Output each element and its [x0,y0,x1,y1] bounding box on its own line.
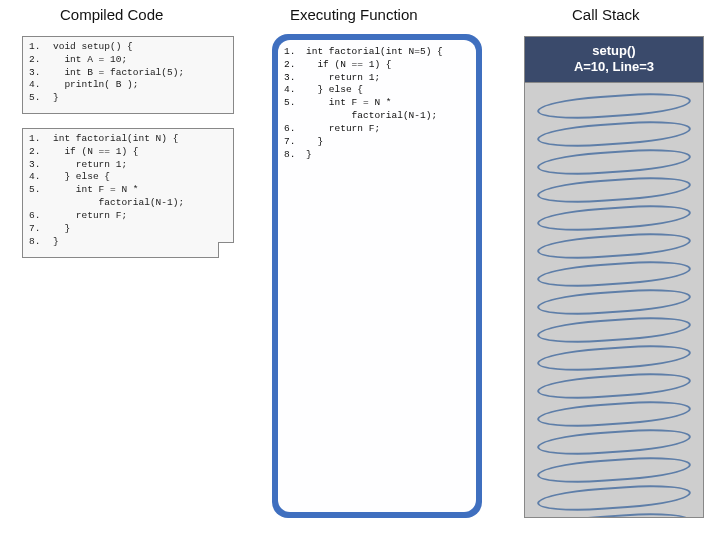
spring-coil [536,510,691,518]
spring-coil [536,342,691,375]
stack-springs [525,81,703,517]
stack-frame-detail: A=10, Line=3 [574,59,654,75]
spring-coil [536,174,691,207]
stack-title: Call Stack [572,6,640,23]
compiled-title: Compiled Code [60,6,163,23]
call-stack: setup() A=10, Line=3 [524,36,704,518]
spring-coil [536,90,691,123]
stack-frame-title: setup() [592,43,635,59]
spring-coil [536,258,691,291]
spring-coil [536,314,691,347]
stack-frame-setup: setup() A=10, Line=3 [524,36,704,83]
compiled-setup-box: 1.void setup() { 2. int A = 10; 3. int B… [22,36,234,114]
spring-coil [536,146,691,179]
spring-coil [536,370,691,403]
executing-title: Executing Function [290,6,418,23]
diagram-canvas: Compiled Code Executing Function Call St… [0,0,720,540]
spring-coil [536,202,691,235]
spring-coil [536,286,691,319]
spring-coil [536,482,691,515]
compiled-factorial-box: 1.int factorial(int N) { 2. if (N == 1) … [22,128,234,258]
spring-coil [536,230,691,263]
spring-coil [536,118,691,151]
page-fold-icon [218,242,234,258]
executing-panel: 1.int factorial(int N=5) { 2. if (N == 1… [272,34,482,518]
spring-coil [536,454,691,487]
spring-coil [536,426,691,459]
spring-coil [536,398,691,431]
executing-code: 1.int factorial(int N=5) { 2. if (N == 1… [278,40,476,512]
